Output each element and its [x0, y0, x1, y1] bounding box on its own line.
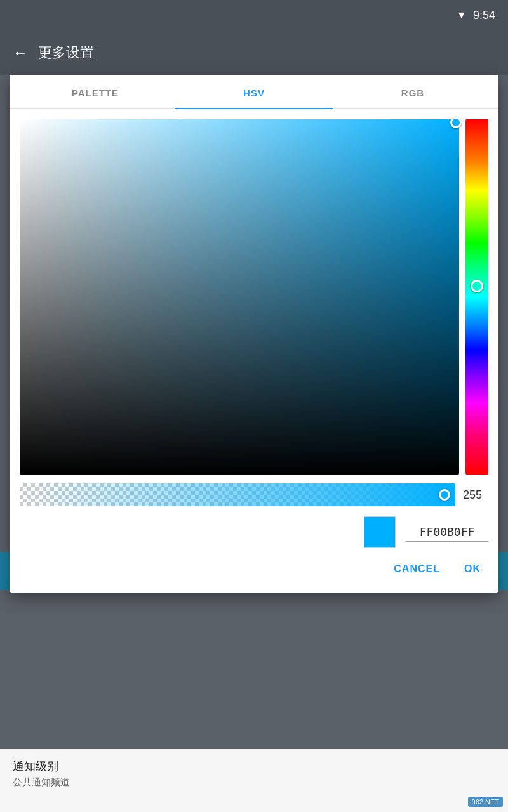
tab-palette[interactable]: PALETTE	[16, 75, 175, 108]
settings-section: 通知级别 公共通知频道	[0, 749, 508, 812]
dialog-actions: CANCEL OK	[10, 548, 498, 580]
dialog-tab-bar: PALETTE HSV RGB	[10, 75, 498, 109]
color-preview-row	[20, 516, 488, 548]
status-bar: ▼ 9:54	[0, 0, 508, 30]
ok-button[interactable]: OK	[462, 558, 483, 580]
status-time: 9:54	[473, 9, 495, 22]
wifi-icon: ▼	[457, 10, 467, 21]
tab-rgb[interactable]: RGB	[333, 75, 492, 108]
alpha-value: 255	[463, 488, 488, 502]
cancel-button[interactable]: CANCEL	[391, 558, 443, 580]
hue-slider[interactable]	[465, 119, 488, 475]
back-button[interactable]: ←	[13, 44, 28, 62]
watermark: 962.NET	[468, 797, 503, 807]
app-header: ← 更多设置	[0, 30, 508, 75]
settings-sublabel: 公共通知频道	[13, 776, 495, 789]
alpha-gradient	[20, 483, 455, 506]
settings-label: 通知级别	[13, 759, 495, 774]
hsv-gradient-square[interactable]	[20, 119, 459, 475]
hsv-cursor[interactable]	[450, 117, 462, 128]
alpha-slider-row: 255	[20, 483, 488, 506]
hsv-picker-area	[20, 119, 488, 475]
hex-input[interactable]	[406, 523, 488, 542]
tab-hsv[interactable]: HSV	[175, 75, 333, 108]
color-swatch	[364, 516, 396, 548]
color-picker-dialog: PALETTE HSV RGB 255 CANCEL OK	[10, 75, 498, 593]
page-title: 更多设置	[38, 43, 94, 62]
alpha-slider[interactable]	[20, 483, 455, 506]
alpha-cursor[interactable]	[439, 489, 450, 501]
hsv-canvas	[20, 119, 459, 475]
hue-cursor[interactable]	[471, 280, 483, 292]
